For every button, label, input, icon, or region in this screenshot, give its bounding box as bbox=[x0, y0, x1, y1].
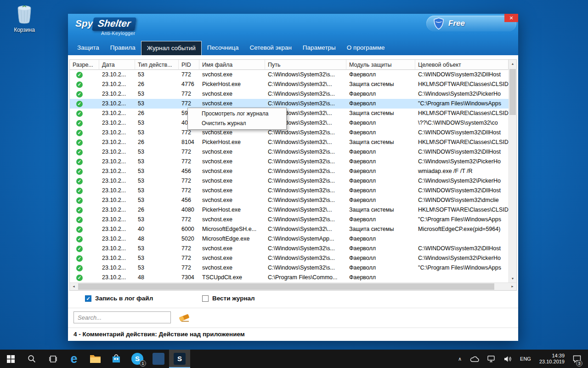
table-row[interactable]: ✓23.10.2...53456svchost.exeC:\Windows\Sy… bbox=[70, 196, 509, 205]
taskbar-search-button[interactable] bbox=[21, 350, 42, 368]
column-header[interactable]: Имя файла bbox=[199, 60, 265, 70]
column-header[interactable]: Тип действ... bbox=[135, 60, 179, 70]
table-row[interactable]: ✓23.10.2...53772svchost.exeC:\Windows\Sy… bbox=[70, 244, 509, 253]
table-row[interactable]: ✓23.10.2...53772svchost.exeC:\Windows\Sy… bbox=[70, 263, 509, 273]
table-row[interactable]: ✓23.10.2...26594C:\Windows\System32\...З… bbox=[70, 109, 509, 118]
taskbar: e S 1 S ∧ bbox=[0, 350, 588, 368]
table-row[interactable]: ✓23.10.2...487304TSCUpdClt.exeC:\Program… bbox=[70, 273, 509, 282]
scroll-down-icon[interactable]: ▼ bbox=[509, 275, 516, 282]
vertical-scrollbar[interactable]: ▲ ▼ bbox=[509, 60, 516, 282]
cell-allowed: ✓ bbox=[70, 186, 99, 196]
table-row[interactable]: ✓23.10.2...53772svchost.exeC:\Windows\Sy… bbox=[70, 128, 509, 138]
cell: 23.10.2... bbox=[99, 99, 135, 109]
desktop: Корзина SpyShelter Anti-Keylogger Free ✕… bbox=[0, 0, 588, 368]
allowed-check-icon: ✓ bbox=[76, 72, 83, 78]
log-to-file-checkbox[interactable]: ✓ Запись в лог файл bbox=[85, 295, 153, 302]
table-row[interactable]: ✓23.10.2...53772svchost.exeC:\Windows\Sy… bbox=[70, 147, 509, 157]
context-menu-item[interactable]: Очистить журнал bbox=[189, 119, 285, 128]
cell: Фаерволл bbox=[346, 253, 415, 263]
recycle-bin-icon[interactable]: Корзина bbox=[6, 5, 42, 33]
tab-item[interactable]: Сетевой экран bbox=[244, 41, 297, 55]
table-row[interactable]: ✓23.10.2...53772svchost.exeC:\Windows\Sy… bbox=[70, 176, 509, 186]
tab-item[interactable]: Правила bbox=[105, 41, 141, 55]
table-row[interactable]: ✓23.10.2...53772svchost.exeC:\Windows\Sy… bbox=[70, 70, 509, 80]
license-label: Free bbox=[448, 19, 465, 28]
allowed-check-icon: ✓ bbox=[76, 188, 83, 194]
cell-allowed: ✓ bbox=[70, 176, 99, 186]
cell: svchost.exe bbox=[199, 263, 265, 273]
context-menu-item[interactable]: Просмотреть лог журнала bbox=[189, 109, 285, 119]
table-row[interactable]: ✓23.10.2...53772svchost.exeC:\Windows\Sy… bbox=[70, 186, 509, 196]
cell: C:\Windows\System32\s... bbox=[265, 70, 346, 80]
allowed-check-icon: ✓ bbox=[76, 149, 83, 155]
close-button[interactable]: ✕ bbox=[504, 14, 518, 22]
search-input[interactable] bbox=[74, 311, 171, 323]
keep-journal-checkbox[interactable]: Вести журнал bbox=[202, 295, 255, 302]
table-row[interactable]: ✓23.10.2...406000MicrosoftEdgeSH.e...C:\… bbox=[70, 224, 509, 234]
checkbox-box-icon[interactable]: ✓ bbox=[85, 295, 91, 302]
volume-tray-button[interactable] bbox=[501, 350, 515, 368]
scroll-up-icon[interactable]: ▲ bbox=[509, 60, 516, 68]
file-explorer-button[interactable] bbox=[85, 350, 106, 368]
store-button[interactable] bbox=[106, 350, 127, 368]
tab-item[interactable]: Песочница bbox=[202, 41, 244, 55]
edge-browser-button[interactable]: e bbox=[63, 350, 85, 368]
cell: C:\Windows\System32\s... bbox=[265, 253, 346, 263]
checkbox-box-icon[interactable] bbox=[202, 295, 209, 302]
vertical-scroll-thumb[interactable] bbox=[509, 69, 516, 115]
cell: Фаерволл bbox=[346, 186, 415, 196]
scroll-right-icon[interactable]: ► bbox=[509, 283, 516, 290]
clock[interactable]: 14:39 23.10.2019 bbox=[536, 350, 568, 368]
table-row[interactable]: ✓23.10.2...53772svchost.exeC:\Windows\Sy… bbox=[70, 157, 509, 167]
tab-active[interactable]: Журнал событий bbox=[141, 41, 202, 55]
table-row[interactable]: ✓23.10.2...264080PickerHost.exeC:\Window… bbox=[70, 205, 509, 215]
cell: 4776 bbox=[179, 80, 199, 89]
column-header[interactable]: Модуль защиты bbox=[346, 60, 415, 70]
action-center-button[interactable]: 3 bbox=[570, 350, 584, 368]
table-row[interactable]: ✓23.10.2...53772svchost.exeC:\Windows\Sy… bbox=[70, 253, 509, 263]
eraser-clear-button[interactable] bbox=[177, 312, 191, 323]
table-row[interactable]: ✓23.10.2...53456svchost.exeC:\Windows\Sy… bbox=[70, 167, 509, 176]
cell: 53 bbox=[135, 176, 179, 186]
cell: "C:\Program Files\WindowsApps bbox=[415, 99, 509, 109]
allowed-check-icon: ✓ bbox=[76, 226, 83, 233]
start-button[interactable] bbox=[0, 350, 21, 368]
network-tray-button[interactable] bbox=[484, 350, 499, 368]
column-header[interactable]: Целевой объект bbox=[415, 60, 509, 70]
cell: Фаерволл bbox=[346, 234, 415, 244]
horizontal-scroll-thumb[interactable] bbox=[78, 283, 494, 290]
column-header[interactable]: Разре... bbox=[70, 60, 99, 70]
table-row[interactable]: ✓23.10.2...268104PickerHost.exeC:\Window… bbox=[70, 138, 509, 147]
spyshelter-taskbar-button[interactable]: S bbox=[169, 350, 190, 368]
task-view-button[interactable] bbox=[42, 350, 63, 368]
table-row[interactable]: ✓23.10.2...264776PickerHost.exeC:\Window… bbox=[70, 80, 509, 89]
cell: 23.10.2... bbox=[99, 128, 135, 138]
table-row[interactable]: ✓23.10.2...53772svchost.exeC:\Windows\Sy… bbox=[70, 99, 509, 109]
tab-item[interactable]: Защита bbox=[72, 41, 105, 55]
network-icon bbox=[487, 356, 496, 362]
cell: HKLM\SOFTWARE\Classes\CLSID bbox=[415, 205, 509, 215]
table-row[interactable]: ✓23.10.2...53772svchost.exeC:\Windows\Sy… bbox=[70, 89, 509, 99]
onedrive-tray-button[interactable] bbox=[467, 350, 482, 368]
tray-expand-button[interactable]: ∧ bbox=[455, 350, 465, 368]
language-indicator[interactable]: ENG bbox=[517, 350, 534, 368]
scroll-left-icon[interactable]: ◄ bbox=[70, 283, 78, 290]
cell: 53 bbox=[135, 128, 179, 138]
cell: 53 bbox=[135, 118, 179, 128]
cell: 23.10.2... bbox=[99, 167, 135, 176]
cell: 23.10.2... bbox=[99, 234, 135, 244]
column-header[interactable]: Дата bbox=[99, 60, 135, 70]
cell-allowed: ✓ bbox=[70, 99, 99, 109]
column-header[interactable]: PID bbox=[179, 60, 199, 70]
cell: 4080 bbox=[179, 205, 199, 215]
column-header[interactable]: Путь bbox=[265, 60, 346, 70]
table-row[interactable]: ✓23.10.2...53405C:\Windows\System32\...Ф… bbox=[70, 118, 509, 128]
titlebar[interactable]: SpyShelter Anti-Keylogger Free ✕ ЗащитаП… bbox=[68, 14, 518, 55]
skype-button[interactable]: S 1 bbox=[127, 350, 148, 368]
tab-item[interactable]: Параметры bbox=[297, 41, 341, 55]
table-row[interactable]: ✓23.10.2...485020MicrosoftEdge.exeC:\Win… bbox=[70, 234, 509, 244]
pinned-app-button[interactable] bbox=[148, 350, 169, 368]
tab-item[interactable]: О программе bbox=[341, 41, 390, 55]
horizontal-scrollbar[interactable]: ◄ ► bbox=[70, 282, 516, 290]
table-row[interactable]: ✓23.10.2...53772svchost.exeC:\Windows\Sy… bbox=[70, 215, 509, 224]
